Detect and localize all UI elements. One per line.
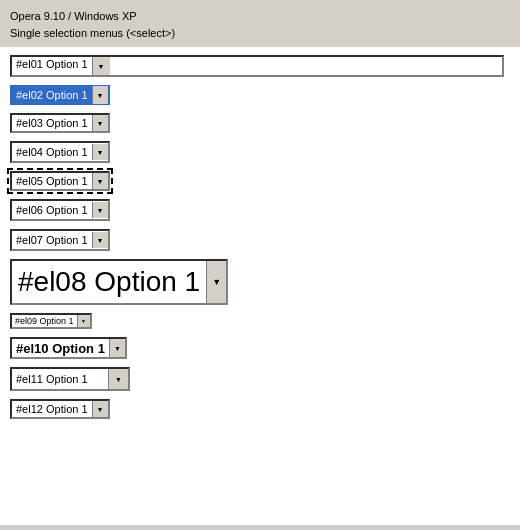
select-row-el02: #el02 Option 1 [10, 85, 510, 105]
select-el01-dropdown-btn[interactable] [92, 57, 110, 75]
select-el12-dropdown-btn[interactable] [92, 401, 108, 417]
select-el08-dropdown-btn[interactable] [206, 261, 226, 303]
select-row-el01: #el01 Option 1 [10, 55, 510, 77]
select-el06-dropdown-btn[interactable] [92, 202, 108, 218]
header: Opera 9.10 / Windows XP Single selection… [0, 0, 520, 47]
content-area: #el01 Option 1 #el02 Option 1 #el03 Opti… [0, 47, 520, 525]
select-el01-value: #el01 Option 1 [12, 57, 92, 75]
select-el03[interactable]: #el03 Option 1 [10, 113, 110, 133]
select-el10[interactable]: #el10 Option 1 [10, 337, 127, 359]
select-row-el12: #el12 Option 1 [10, 399, 510, 419]
select-el01[interactable]: #el01 Option 1 [10, 55, 504, 77]
select-row-el07: #el07 Option 1 [10, 229, 510, 251]
select-row-el08: #el08 Option 1 [10, 259, 510, 305]
select-el05[interactable]: #el05 Option 1 [10, 171, 110, 191]
select-row-el06: #el06 Option 1 [10, 199, 510, 221]
header-line1: Opera 9.10 / Windows XP [10, 8, 510, 25]
select-row-el10: #el10 Option 1 [10, 337, 510, 359]
select-row-el09: #el09 Option 1 [10, 313, 510, 329]
select-el05-value: #el05 Option 1 [12, 174, 92, 188]
select-el10-dropdown-btn[interactable] [109, 339, 125, 357]
select-el04[interactable]: #el04 Option 1 [10, 141, 110, 163]
select-el07-value: #el07 Option 1 [12, 233, 92, 247]
select-el04-dropdown-btn[interactable] [92, 144, 108, 160]
select-el02-value: #el02 Option 1 [12, 88, 92, 102]
select-el10-value: #el10 Option 1 [12, 340, 109, 357]
select-el12-value: #el12 Option 1 [12, 402, 92, 416]
select-el09-dropdown-btn[interactable] [77, 315, 90, 327]
select-row-el03: #el03 Option 1 [10, 113, 510, 133]
select-el08-value: #el08 Option 1 [12, 264, 206, 300]
header-line2: Single selection menus (<select>) [10, 25, 510, 42]
select-el05-dropdown-btn[interactable] [92, 173, 108, 189]
select-el06-value: #el06 Option 1 [12, 203, 92, 217]
select-el09-value: #el09 Option 1 [12, 316, 77, 326]
select-el08[interactable]: #el08 Option 1 [10, 259, 228, 305]
select-row-el04: #el04 Option 1 [10, 141, 510, 163]
select-el03-value: #el03 Option 1 [12, 116, 92, 130]
select-el07[interactable]: #el07 Option 1 [10, 229, 110, 251]
select-row-el11: #el11 Option 1 [10, 367, 510, 391]
select-el09[interactable]: #el09 Option 1 [10, 313, 92, 329]
select-el11-value: #el11 Option 1 [12, 372, 108, 386]
select-el02[interactable]: #el02 Option 1 [10, 85, 110, 105]
select-el11-dropdown-btn[interactable] [108, 369, 128, 389]
select-el03-dropdown-btn[interactable] [92, 115, 108, 131]
select-el02-dropdown-btn[interactable] [92, 86, 108, 104]
select-row-el05: #el05 Option 1 [10, 171, 510, 191]
select-el07-dropdown-btn[interactable] [92, 232, 108, 248]
select-el06[interactable]: #el06 Option 1 [10, 199, 110, 221]
select-el11[interactable]: #el11 Option 1 [10, 367, 130, 391]
select-el04-value: #el04 Option 1 [12, 145, 92, 159]
select-el12[interactable]: #el12 Option 1 [10, 399, 110, 419]
